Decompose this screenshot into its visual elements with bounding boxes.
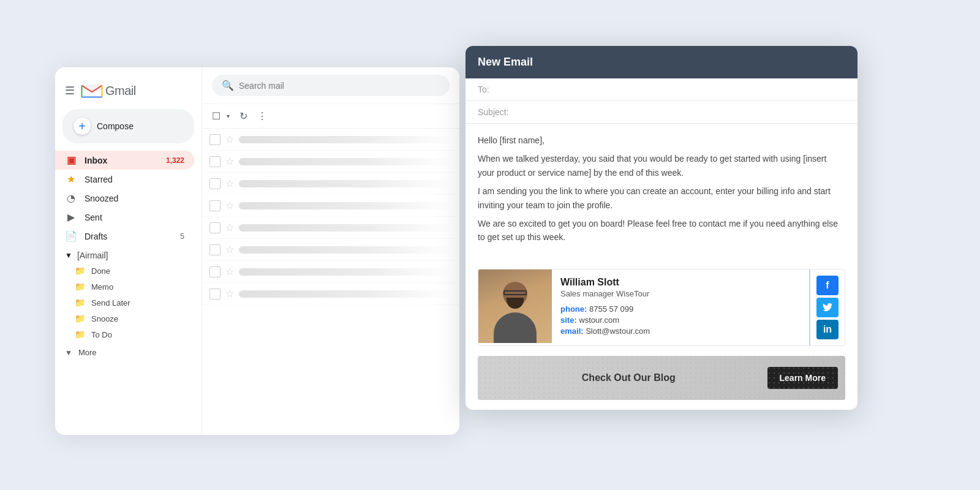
snoozed-label: Snoozed bbox=[85, 194, 118, 203]
sidebar-item-sent[interactable]: ▶ Sent bbox=[55, 208, 194, 227]
compose-window-title: New Email bbox=[478, 56, 533, 69]
row-checkbox[interactable] bbox=[209, 244, 221, 255]
refresh-icon[interactable]: ↻ bbox=[237, 108, 250, 124]
body-greeting: Hello [first name], bbox=[478, 134, 845, 147]
table-row[interactable]: ☆ bbox=[202, 151, 459, 173]
collapse-icon: ▼ bbox=[65, 251, 72, 260]
compose-button[interactable]: + Compose bbox=[62, 109, 194, 143]
row-content-bar bbox=[239, 136, 452, 143]
signature-block: William Slott Sales manager WiseTour pho… bbox=[478, 269, 845, 346]
subject-input[interactable] bbox=[514, 107, 845, 117]
subject-label: Subject: bbox=[478, 107, 509, 117]
row-content-bar bbox=[239, 158, 452, 165]
compose-subject-field[interactable]: Subject: bbox=[466, 101, 858, 124]
table-row[interactable]: ☆ bbox=[202, 173, 459, 195]
sidebar-item-memo[interactable]: 📁 Memo bbox=[55, 279, 202, 295]
to-label: To: bbox=[478, 85, 489, 94]
table-row[interactable]: ☆ bbox=[202, 195, 459, 217]
sig-name: William Slott bbox=[560, 277, 801, 288]
linkedin-button[interactable]: in bbox=[816, 320, 839, 339]
row-content-bar bbox=[239, 202, 452, 209]
sidebar-item-starred[interactable]: ★ Starred bbox=[55, 170, 194, 189]
folder-icon-memo: 📁 bbox=[75, 282, 85, 292]
to-input[interactable] bbox=[494, 85, 845, 94]
row-star-icon[interactable]: ☆ bbox=[225, 200, 234, 211]
sidebar-item-snooze[interactable]: 📁 Snooze bbox=[55, 311, 202, 326]
row-content-bar bbox=[239, 290, 452, 298]
search-bar: 🔍 bbox=[202, 67, 459, 104]
more-options-icon[interactable]: ⋮ bbox=[255, 108, 270, 124]
dropdown-arrow-icon[interactable]: ▾ bbox=[224, 110, 232, 122]
folder-group-label: [Airmail] bbox=[77, 251, 108, 260]
sig-site: site: wstour.com bbox=[560, 315, 801, 325]
search-input[interactable] bbox=[239, 81, 440, 91]
person-body bbox=[494, 312, 537, 343]
checkbox-icon[interactable]: ☐ bbox=[209, 108, 223, 124]
sidebar-item-snoozed[interactable]: ◔ Snoozed bbox=[55, 189, 194, 208]
sig-social: f in bbox=[810, 270, 845, 345]
email-list-pane: 🔍 ☐ ▾ ↻ ⋮ ☆ ☆ bbox=[202, 67, 459, 435]
table-row[interactable]: ☆ bbox=[202, 261, 459, 283]
more-label: More bbox=[78, 348, 97, 357]
folder-icon-snooze: 📁 bbox=[75, 314, 85, 323]
row-star-icon[interactable]: ☆ bbox=[225, 156, 234, 167]
signature-photo bbox=[478, 270, 552, 343]
sidebar-item-done[interactable]: 📁 Done bbox=[55, 263, 202, 279]
email-toolbar: ☐ ▾ ↻ ⋮ bbox=[202, 104, 459, 129]
gmail-m-icon bbox=[81, 82, 103, 99]
chevron-down-icon: ▼ bbox=[65, 349, 72, 357]
row-star-icon[interactable]: ☆ bbox=[225, 288, 234, 300]
table-row[interactable]: ☆ bbox=[202, 283, 459, 305]
row-star-icon[interactable]: ☆ bbox=[225, 134, 234, 145]
email-compose-window: New Email To: Subject: Hello [first name… bbox=[466, 46, 858, 410]
draft-icon: 📄 bbox=[65, 230, 77, 242]
compose-body[interactable]: Hello [first name], When we talked yeste… bbox=[466, 124, 858, 259]
folder-snooze-label: Snooze bbox=[91, 314, 118, 323]
blog-banner: Check Out Our Blog Learn More bbox=[478, 356, 845, 400]
row-checkbox[interactable] bbox=[209, 134, 221, 145]
sig-email: email: Slott@wstour.com bbox=[560, 326, 801, 336]
row-content-bar bbox=[239, 246, 452, 254]
row-checkbox[interactable] bbox=[209, 288, 221, 300]
drafts-badge: 5 bbox=[180, 232, 184, 241]
star-icon: ★ bbox=[65, 173, 77, 185]
hamburger-icon[interactable]: ☰ bbox=[65, 84, 75, 97]
row-checkbox[interactable] bbox=[209, 156, 221, 167]
folder-done-label: Done bbox=[91, 266, 110, 276]
search-input-wrap[interactable]: 🔍 bbox=[212, 75, 450, 96]
folder-header-airmail[interactable]: ▼ [Airmail] bbox=[55, 248, 202, 263]
row-star-icon[interactable]: ☆ bbox=[225, 244, 234, 255]
row-checkbox[interactable] bbox=[209, 266, 221, 277]
row-content-bar bbox=[239, 180, 452, 187]
gmail-window: ☰ bbox=[55, 67, 459, 435]
facebook-button[interactable]: f bbox=[816, 276, 839, 295]
table-row[interactable]: ☆ bbox=[202, 129, 459, 151]
sidebar-item-more[interactable]: ▼ More bbox=[55, 345, 202, 360]
folder-icon-todo: 📁 bbox=[75, 330, 85, 339]
row-star-icon[interactable]: ☆ bbox=[225, 266, 234, 277]
sidebar-item-drafts[interactable]: 📄 Drafts 5 bbox=[55, 227, 194, 246]
table-row[interactable]: ☆ bbox=[202, 217, 459, 239]
row-checkbox[interactable] bbox=[209, 200, 221, 211]
row-checkbox[interactable] bbox=[209, 178, 221, 189]
site-value[interactable]: wstour.com bbox=[579, 315, 619, 325]
search-icon: 🔍 bbox=[222, 80, 234, 91]
gmail-label: Gmail bbox=[105, 84, 136, 98]
person-glasses bbox=[503, 290, 527, 295]
folder-memo-label: Memo bbox=[91, 282, 113, 292]
email-value: Slott@wstour.com bbox=[586, 326, 650, 336]
sidebar-item-sendlater[interactable]: 📁 Send Later bbox=[55, 295, 202, 311]
sidebar-item-inbox[interactable]: ▣ Inbox 1,322 bbox=[55, 151, 194, 170]
sidebar-item-todo[interactable]: 📁 To Do bbox=[55, 326, 202, 342]
table-row[interactable]: ☆ bbox=[202, 239, 459, 261]
twitter-button[interactable] bbox=[816, 298, 839, 317]
sig-phone: phone: 8755 57 099 bbox=[560, 304, 801, 314]
row-content-bar bbox=[239, 268, 452, 276]
learn-more-button[interactable]: Learn More bbox=[767, 367, 838, 389]
compose-to-field[interactable]: To: bbox=[466, 78, 858, 101]
row-star-icon[interactable]: ☆ bbox=[225, 178, 234, 189]
row-star-icon[interactable]: ☆ bbox=[225, 222, 234, 233]
select-all-area[interactable]: ☐ ▾ bbox=[209, 108, 232, 124]
sig-title: Sales manager WiseTour bbox=[560, 289, 801, 298]
row-checkbox[interactable] bbox=[209, 222, 221, 233]
